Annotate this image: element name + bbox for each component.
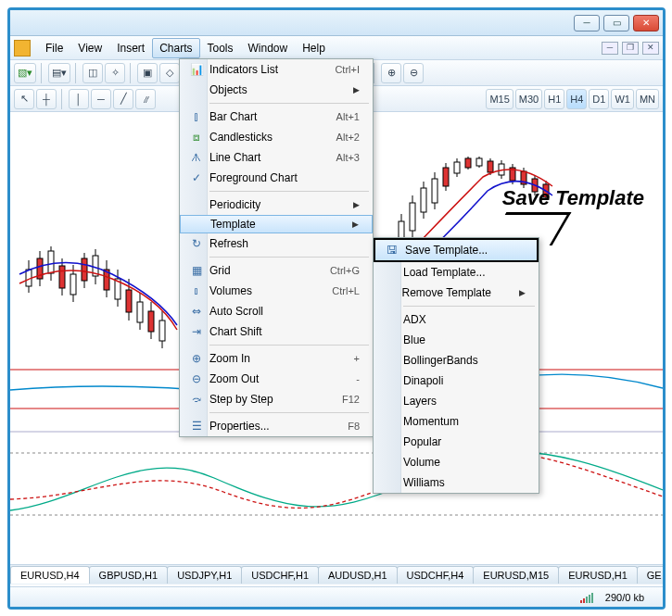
connection-icon	[580, 592, 594, 603]
menu-item-bollingerbands[interactable]: BollingerBands	[374, 350, 539, 371]
timeframe-h4[interactable]: H4	[566, 89, 587, 109]
menu-item-properties[interactable]: ☰Properties...F8	[180, 416, 373, 436]
menu-item-foreground-chart[interactable]: ✓Foreground Chart	[180, 168, 373, 188]
metaeditor-button[interactable]: ◇	[159, 63, 180, 83]
menu-charts[interactable]: Charts	[152, 38, 199, 58]
svg-rect-45	[488, 161, 493, 172]
menu-item-template[interactable]: Template▶	[180, 215, 373, 233]
tab-eurusd-m15[interactable]: EURUSD,M15	[473, 566, 559, 584]
menu-item-periodicity[interactable]: Periodicity▶	[180, 195, 373, 215]
menu-item-chart-shift[interactable]: ⇥Chart Shift	[180, 321, 373, 342]
annotation-label: Save Template	[502, 186, 644, 210]
menu-item-momentum[interactable]: Momentum	[374, 411, 539, 432]
svg-rect-39	[454, 162, 460, 173]
hline-button[interactable]: ─	[91, 89, 111, 109]
minimize-button[interactable]: ─	[574, 15, 600, 31]
trendline-button[interactable]: ╱	[113, 89, 133, 109]
menu-item-icon: ↻	[184, 237, 209, 250]
market-watch-button[interactable]: ◫	[82, 63, 103, 83]
new-chart-button[interactable]: ▧▾	[14, 63, 36, 83]
menu-item-popular[interactable]: Popular	[374, 432, 539, 452]
menu-item-label: Zoom Out	[209, 372, 356, 385]
menu-item-label: Popular	[403, 435, 526, 448]
menu-item-line-chart[interactable]: ⩚Line ChartAlt+3	[180, 147, 373, 168]
menu-item-label: Auto Scroll	[209, 305, 360, 318]
menu-item-label: Line Chart	[209, 151, 336, 164]
tab-usdchf-h1[interactable]: USDCHF,H1	[241, 566, 319, 584]
menu-window[interactable]: Window	[241, 38, 296, 58]
tab-eurusd-h4[interactable]: EURUSD,H4	[10, 566, 90, 584]
tab-eurusd-h1[interactable]: EURUSD,H1	[558, 566, 638, 584]
menu-item-label: Objects	[209, 83, 353, 96]
menu-view[interactable]: View	[70, 38, 109, 58]
menu-item-objects[interactable]: Objects▶	[180, 80, 373, 100]
mdi-restore-button[interactable]: ❐	[622, 42, 639, 55]
menu-file[interactable]: File	[38, 38, 70, 58]
timeframe-m30[interactable]: M30	[515, 89, 542, 109]
menu-item-label: Foreground Chart	[209, 171, 360, 184]
menu-item-icon: ⊕	[184, 352, 209, 365]
navigator-button[interactable]: ✧	[105, 63, 125, 83]
menu-item-auto-scroll[interactable]: ⇔Auto Scroll	[180, 301, 373, 321]
menu-item-label: Template	[210, 218, 352, 231]
menu-item-label: Properties...	[209, 420, 348, 433]
menu-item-dinapoli[interactable]: Dinapoli	[374, 371, 539, 391]
menu-item-icon: ✓	[184, 171, 209, 184]
menu-item-label: Load Template...	[403, 266, 526, 279]
menu-insert[interactable]: Insert	[109, 38, 152, 58]
menu-item-label: Blue	[403, 333, 526, 346]
zoom-out-button[interactable]: ⊖	[403, 63, 424, 83]
svg-rect-43	[476, 158, 482, 166]
menu-item-zoom-in[interactable]: ⊕Zoom In+	[180, 348, 373, 369]
svg-rect-31	[410, 203, 415, 231]
maximize-button[interactable]: ▭	[603, 15, 629, 31]
crosshair-button[interactable]: ┼	[36, 89, 57, 109]
menu-item-label: Dinapoli	[403, 374, 526, 387]
profiles-button[interactable]: ▤▾	[48, 63, 70, 83]
svg-rect-19	[126, 290, 132, 312]
menu-item-step-by-step[interactable]: ⤼Step by StepF12	[180, 389, 373, 409]
timeframe-mn[interactable]: MN	[636, 89, 659, 109]
menu-tools[interactable]: Tools	[200, 38, 241, 58]
menu-item-layers[interactable]: Layers	[374, 391, 539, 411]
menu-item-indicators-list[interactable]: 📊Indicators ListCtrl+I	[180, 59, 373, 80]
timeframe-d1[interactable]: D1	[589, 89, 609, 109]
tab-ge[interactable]: GE	[637, 566, 663, 584]
channel-button[interactable]: ⫽	[135, 89, 156, 109]
menu-item-blue[interactable]: Blue	[374, 330, 539, 350]
menu-item-icon: ⫿	[184, 110, 209, 123]
vline-button[interactable]: │	[69, 89, 89, 109]
close-button[interactable]: ✕	[633, 15, 659, 31]
tab-usdjpy-h1[interactable]: USDJPY,H1	[167, 566, 242, 584]
menu-item-candlesticks[interactable]: ⧈CandlesticksAlt+2	[180, 127, 373, 147]
new-order-button[interactable]: ▣	[137, 63, 158, 83]
menu-item-zoom-out[interactable]: ⊖Zoom Out-	[180, 369, 373, 389]
timeframe-w1[interactable]: W1	[611, 89, 634, 109]
mdi-minimize-button[interactable]: ─	[602, 42, 618, 55]
menu-item-adx[interactable]: ADX	[374, 309, 539, 330]
menu-item-load-template[interactable]: Load Template...	[374, 262, 539, 283]
menu-item-volumes[interactable]: ⫾VolumesCtrl+L	[180, 281, 373, 301]
zoom-in-button[interactable]: ⊕	[381, 63, 401, 83]
menu-item-volume[interactable]: Volume	[374, 452, 539, 472]
menu-item-label: Refresh	[209, 237, 360, 250]
svg-rect-41	[465, 158, 471, 168]
menu-item-bar-chart[interactable]: ⫿Bar ChartAlt+1	[180, 107, 373, 127]
menu-item-williams[interactable]: Williams	[374, 472, 539, 493]
cursor-button[interactable]: ↖	[14, 89, 34, 109]
svg-rect-9	[70, 274, 76, 295]
menu-help[interactable]: Help	[295, 38, 333, 58]
timeframe-h1[interactable]: H1	[544, 89, 564, 109]
menu-item-grid[interactable]: ▦GridCtrl+G	[180, 260, 373, 281]
menu-item-label: Zoom In	[209, 352, 354, 365]
menu-item-remove-template[interactable]: Remove Template▶	[374, 283, 539, 303]
timeframe-m15[interactable]: M15	[486, 89, 513, 109]
tab-usdchf-h4[interactable]: USDCHF,H4	[397, 566, 475, 584]
menu-item-label: Periodicity	[209, 198, 353, 211]
menu-item-label: Step by Step	[209, 393, 342, 406]
tab-gbpusd-h1[interactable]: GBPUSD,H1	[89, 566, 169, 584]
menu-item-label: Layers	[403, 395, 526, 408]
tab-audusd-h1[interactable]: AUDUSD,H1	[318, 566, 398, 584]
menu-item-refresh[interactable]: ↻Refresh	[180, 233, 373, 254]
mdi-close-button[interactable]: ✕	[642, 42, 659, 55]
